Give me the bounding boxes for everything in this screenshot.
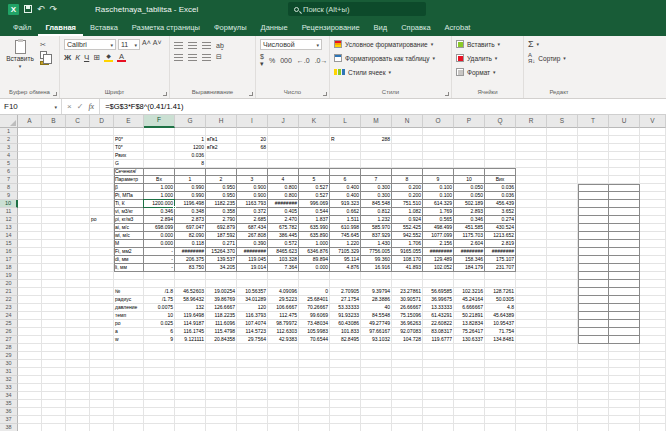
grid-cell[interactable]: 2.70905: [330, 288, 361, 296]
grid-cell[interactable]: [299, 424, 330, 431]
grid-cell[interactable]: M: [114, 240, 144, 248]
grid-cell[interactable]: вГв2: [206, 144, 237, 152]
grid-cell[interactable]: P0*: [114, 136, 144, 144]
grid-cell[interactable]: [516, 368, 547, 376]
grid-cell[interactable]: [516, 160, 547, 168]
grid-cell[interactable]: [640, 200, 666, 208]
grid-cell[interactable]: [237, 152, 268, 160]
grid-cell[interactable]: [609, 344, 640, 352]
grid-cell[interactable]: [206, 376, 237, 384]
ribbon-tab[interactable]: Разметка страницы: [125, 20, 207, 36]
grid-cell[interactable]: [547, 232, 578, 240]
grid-cell[interactable]: [392, 368, 423, 376]
grid-cell[interactable]: 70.6544: [299, 336, 330, 344]
grid-cell[interactable]: [547, 144, 578, 152]
grid-cell[interactable]: [547, 376, 578, 384]
grid-cell[interactable]: [18, 240, 42, 248]
grid-cell[interactable]: [516, 136, 547, 144]
grid-cell[interactable]: ро: [114, 320, 144, 328]
grid-cell[interactable]: [18, 384, 42, 392]
row-header[interactable]: 9: [0, 192, 18, 200]
grid-cell[interactable]: [516, 264, 547, 272]
grid-cell[interactable]: [423, 344, 454, 352]
grid-cell[interactable]: [547, 424, 578, 431]
grid-cell[interactable]: 10: [454, 176, 485, 184]
conditional-formatting-button[interactable]: Условное форматирование▾: [334, 37, 447, 51]
grid-cell[interactable]: [547, 296, 578, 304]
grid-cell[interactable]: [609, 136, 640, 144]
grid-cell[interactable]: [66, 240, 90, 248]
grid-cell[interactable]: [578, 152, 609, 160]
grid-cell[interactable]: [206, 408, 237, 416]
grid-cell[interactable]: [640, 224, 666, 232]
grid-cell[interactable]: 1200.000: [144, 200, 175, 208]
grid-cell[interactable]: 0.036: [175, 152, 206, 160]
grid-cell[interactable]: [640, 248, 666, 256]
grid-cell[interactable]: [90, 248, 114, 256]
grid-cell[interactable]: вГв1: [206, 136, 237, 144]
grid-cell[interactable]: [175, 376, 206, 384]
grid-cell[interactable]: [18, 416, 42, 424]
grid-cell[interactable]: 996.069: [299, 200, 330, 208]
grid-cell[interactable]: [42, 208, 66, 216]
grid-cell[interactable]: [114, 368, 144, 376]
increase-font-icon[interactable]: A˄: [142, 39, 151, 50]
font-size-select[interactable]: 11▾: [118, 39, 140, 50]
row-header[interactable]: 20: [0, 280, 18, 288]
grid-cell[interactable]: [268, 384, 299, 392]
grid-cell[interactable]: li, мм: [114, 264, 144, 272]
grid-cell[interactable]: [640, 376, 666, 384]
grid-cell[interactable]: [42, 176, 66, 184]
grid-cell[interactable]: [609, 424, 640, 431]
grid-cell[interactable]: [42, 320, 66, 328]
grid-cell[interactable]: [66, 352, 90, 360]
align-middle-icon[interactable]: [188, 42, 197, 49]
grid-cell[interactable]: [392, 128, 423, 136]
grid-cell[interactable]: 112.6303: [268, 328, 299, 336]
grid-cell[interactable]: 0.900: [237, 192, 268, 200]
grid-cell[interactable]: [516, 280, 547, 288]
grid-cell[interactable]: 919.323: [330, 200, 361, 208]
grid-cell[interactable]: [18, 168, 42, 176]
confirm-entry-icon[interactable]: ✓: [77, 102, 84, 111]
grid-cell[interactable]: [144, 360, 175, 368]
grid-cell[interactable]: 7: [361, 176, 392, 184]
grid-cell[interactable]: [423, 408, 454, 416]
grid-cell[interactable]: [18, 184, 42, 192]
grid-cell[interactable]: [237, 272, 268, 280]
grid-cell[interactable]: [609, 280, 640, 288]
grid-cell[interactable]: [392, 416, 423, 424]
grid-cell[interactable]: wi, м/с: [114, 232, 144, 240]
grid-cell[interactable]: [392, 392, 423, 400]
grid-cell[interactable]: [609, 400, 640, 408]
row-header[interactable]: 2: [0, 136, 18, 144]
grid-cell[interactable]: [640, 216, 666, 224]
grid-cell[interactable]: 119.6498: [175, 312, 206, 320]
grid-cell[interactable]: 5: [299, 176, 330, 184]
grid-cell[interactable]: [330, 368, 361, 376]
column-header[interactable]: H: [206, 115, 237, 128]
increase-decimal-icon[interactable]: ←.0: [297, 57, 310, 64]
grid-cell[interactable]: [237, 408, 268, 416]
grid-cell[interactable]: [330, 272, 361, 280]
fill-color-icon[interactable]: ◆: [104, 53, 113, 62]
grid-cell[interactable]: 53.33333: [330, 304, 361, 312]
grid-cell[interactable]: [66, 360, 90, 368]
grid-cell[interactable]: 114.5723: [237, 328, 268, 336]
grid-cell[interactable]: [485, 272, 516, 280]
grid-cell[interactable]: [268, 360, 299, 368]
grid-cell[interactable]: [90, 176, 114, 184]
grid-cell[interactable]: 1175.703: [454, 232, 485, 240]
grid-cell[interactable]: 1.000: [144, 184, 175, 192]
grid-cell[interactable]: [42, 360, 66, 368]
grid-cell[interactable]: [578, 160, 609, 168]
grid-cell[interactable]: [66, 224, 90, 232]
grid-cell[interactable]: [454, 368, 485, 376]
grid-cell[interactable]: [423, 168, 454, 176]
grid-cell[interactable]: [206, 368, 237, 376]
grid-cell[interactable]: [90, 264, 114, 272]
grid-cell[interactable]: [18, 248, 42, 256]
grid-cell[interactable]: [361, 160, 392, 168]
grid-cell[interactable]: [640, 128, 666, 136]
grid-cell[interactable]: ро: [90, 216, 114, 224]
